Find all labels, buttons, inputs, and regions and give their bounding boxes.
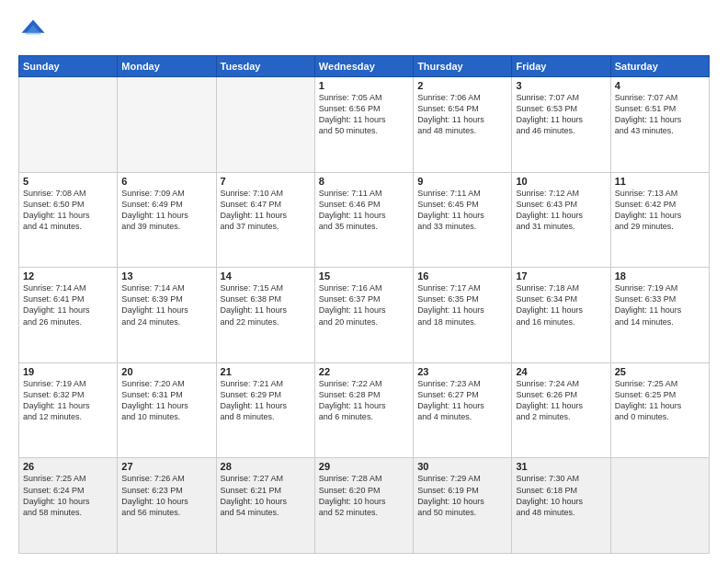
weekday-header-tuesday: Tuesday (216, 56, 314, 77)
day-info: Sunrise: 7:18 AM Sunset: 6:34 PM Dayligh… (516, 282, 606, 327)
day-info: Sunrise: 7:29 AM Sunset: 6:19 PM Dayligh… (417, 473, 507, 518)
day-number: 23 (417, 366, 507, 377)
day-number: 6 (121, 176, 211, 187)
day-number: 20 (121, 366, 211, 377)
calendar-cell: 8Sunrise: 7:11 AM Sunset: 6:46 PM Daylig… (314, 172, 413, 268)
calendar-cell: 1Sunrise: 7:05 AM Sunset: 6:56 PM Daylig… (314, 77, 413, 173)
day-number: 22 (319, 366, 409, 377)
calendar-cell: 15Sunrise: 7:16 AM Sunset: 6:37 PM Dayli… (314, 268, 413, 363)
day-number: 5 (23, 176, 113, 187)
day-info: Sunrise: 7:22 AM Sunset: 6:28 PM Dayligh… (319, 378, 409, 423)
calendar-table: SundayMondayTuesdayWednesdayThursdayFrid… (18, 55, 710, 554)
day-number: 13 (121, 270, 211, 282)
calendar-cell: 4Sunrise: 7:07 AM Sunset: 6:51 PM Daylig… (610, 77, 709, 173)
calendar-cell: 2Sunrise: 7:06 AM Sunset: 6:54 PM Daylig… (414, 77, 512, 173)
calendar-cell: 28Sunrise: 7:27 AM Sunset: 6:21 PM Dayli… (216, 458, 314, 554)
day-number: 12 (23, 270, 113, 282)
day-info: Sunrise: 7:07 AM Sunset: 6:53 PM Dayligh… (516, 92, 606, 137)
day-info: Sunrise: 7:19 AM Sunset: 6:33 PM Dayligh… (615, 282, 705, 327)
day-info: Sunrise: 7:11 AM Sunset: 6:46 PM Dayligh… (319, 188, 409, 233)
day-info: Sunrise: 7:16 AM Sunset: 6:37 PM Dayligh… (319, 282, 409, 327)
weekday-header-thursday: Thursday (414, 56, 512, 77)
day-number: 16 (417, 270, 507, 282)
day-number: 8 (319, 176, 409, 187)
day-number: 2 (417, 80, 507, 91)
day-number: 29 (319, 461, 409, 472)
calendar-cell: 18Sunrise: 7:19 AM Sunset: 6:33 PM Dayli… (610, 268, 709, 363)
calendar-cell (610, 458, 709, 554)
day-info: Sunrise: 7:30 AM Sunset: 6:18 PM Dayligh… (516, 473, 606, 518)
day-number: 14 (221, 270, 311, 282)
day-info: Sunrise: 7:14 AM Sunset: 6:41 PM Dayligh… (23, 282, 113, 327)
weekday-header-friday: Friday (512, 56, 610, 77)
day-info: Sunrise: 7:17 AM Sunset: 6:35 PM Dayligh… (417, 282, 507, 327)
calendar-cell: 29Sunrise: 7:28 AM Sunset: 6:20 PM Dayli… (314, 458, 413, 554)
calendar-cell: 24Sunrise: 7:24 AM Sunset: 6:26 PM Dayli… (512, 362, 610, 458)
day-number: 30 (417, 461, 507, 472)
day-info: Sunrise: 7:20 AM Sunset: 6:31 PM Dayligh… (121, 378, 211, 423)
calendar-cell: 17Sunrise: 7:18 AM Sunset: 6:34 PM Dayli… (512, 268, 610, 363)
day-info: Sunrise: 7:21 AM Sunset: 6:29 PM Dayligh… (221, 378, 311, 423)
day-number: 24 (516, 366, 606, 377)
day-number: 21 (221, 366, 311, 377)
weekday-header-row: SundayMondayTuesdayWednesdayThursdayFrid… (19, 56, 710, 77)
calendar-cell: 12Sunrise: 7:14 AM Sunset: 6:41 PM Dayli… (19, 268, 118, 363)
day-info: Sunrise: 7:09 AM Sunset: 6:49 PM Dayligh… (121, 188, 211, 233)
week-row-2: 12Sunrise: 7:14 AM Sunset: 6:41 PM Dayli… (19, 268, 710, 363)
day-info: Sunrise: 7:13 AM Sunset: 6:42 PM Dayligh… (615, 188, 705, 233)
calendar-cell: 3Sunrise: 7:07 AM Sunset: 6:53 PM Daylig… (512, 77, 610, 173)
day-number: 17 (516, 270, 606, 282)
day-number: 9 (417, 176, 507, 187)
calendar-cell: 13Sunrise: 7:14 AM Sunset: 6:39 PM Dayli… (118, 268, 216, 363)
day-number: 28 (221, 461, 311, 472)
calendar-cell: 31Sunrise: 7:30 AM Sunset: 6:18 PM Dayli… (512, 458, 610, 554)
calendar-cell: 27Sunrise: 7:26 AM Sunset: 6:23 PM Dayli… (118, 458, 216, 554)
calendar-cell: 19Sunrise: 7:19 AM Sunset: 6:32 PM Dayli… (19, 362, 118, 458)
week-row-3: 19Sunrise: 7:19 AM Sunset: 6:32 PM Dayli… (19, 362, 710, 458)
day-info: Sunrise: 7:28 AM Sunset: 6:20 PM Dayligh… (319, 473, 409, 518)
page: SundayMondayTuesdayWednesdayThursdayFrid… (0, 0, 728, 563)
calendar-cell: 25Sunrise: 7:25 AM Sunset: 6:25 PM Dayli… (610, 362, 709, 458)
day-number: 7 (221, 176, 311, 187)
calendar-cell: 20Sunrise: 7:20 AM Sunset: 6:31 PM Dayli… (118, 362, 216, 458)
day-info: Sunrise: 7:26 AM Sunset: 6:23 PM Dayligh… (121, 473, 211, 518)
week-row-1: 5Sunrise: 7:08 AM Sunset: 6:50 PM Daylig… (19, 172, 710, 268)
weekday-header-wednesday: Wednesday (314, 56, 413, 77)
day-number: 3 (516, 80, 606, 91)
header (18, 17, 710, 46)
day-number: 25 (615, 366, 705, 377)
calendar-cell: 14Sunrise: 7:15 AM Sunset: 6:38 PM Dayli… (216, 268, 314, 363)
week-row-0: 1Sunrise: 7:05 AM Sunset: 6:56 PM Daylig… (19, 77, 710, 173)
day-info: Sunrise: 7:12 AM Sunset: 6:43 PM Dayligh… (516, 188, 606, 233)
day-info: Sunrise: 7:14 AM Sunset: 6:39 PM Dayligh… (121, 282, 211, 327)
day-number: 18 (615, 270, 705, 282)
day-number: 4 (615, 80, 705, 91)
day-info: Sunrise: 7:15 AM Sunset: 6:38 PM Dayligh… (221, 282, 311, 327)
calendar-cell: 10Sunrise: 7:12 AM Sunset: 6:43 PM Dayli… (512, 172, 610, 268)
day-info: Sunrise: 7:25 AM Sunset: 6:25 PM Dayligh… (615, 378, 705, 423)
day-info: Sunrise: 7:27 AM Sunset: 6:21 PM Dayligh… (221, 473, 311, 518)
calendar-cell: 16Sunrise: 7:17 AM Sunset: 6:35 PM Dayli… (414, 268, 512, 363)
day-number: 15 (319, 270, 409, 282)
day-info: Sunrise: 7:07 AM Sunset: 6:51 PM Dayligh… (615, 92, 705, 137)
week-row-4: 26Sunrise: 7:25 AM Sunset: 6:24 PM Dayli… (19, 458, 710, 554)
day-info: Sunrise: 7:25 AM Sunset: 6:24 PM Dayligh… (23, 473, 113, 518)
calendar-cell (216, 77, 314, 173)
day-number: 27 (121, 461, 211, 472)
day-info: Sunrise: 7:05 AM Sunset: 6:56 PM Dayligh… (319, 92, 409, 137)
calendar-cell: 21Sunrise: 7:21 AM Sunset: 6:29 PM Dayli… (216, 362, 314, 458)
calendar-cell: 6Sunrise: 7:09 AM Sunset: 6:49 PM Daylig… (118, 172, 216, 268)
day-info: Sunrise: 7:06 AM Sunset: 6:54 PM Dayligh… (417, 92, 507, 137)
calendar-cell: 26Sunrise: 7:25 AM Sunset: 6:24 PM Dayli… (19, 458, 118, 554)
calendar-cell: 22Sunrise: 7:22 AM Sunset: 6:28 PM Dayli… (314, 362, 413, 458)
weekday-header-monday: Monday (118, 56, 216, 77)
calendar-cell (118, 77, 216, 173)
weekday-header-sunday: Sunday (19, 56, 118, 77)
day-info: Sunrise: 7:11 AM Sunset: 6:45 PM Dayligh… (417, 188, 507, 233)
logo (18, 17, 51, 46)
day-info: Sunrise: 7:24 AM Sunset: 6:26 PM Dayligh… (516, 378, 606, 423)
calendar-cell: 9Sunrise: 7:11 AM Sunset: 6:45 PM Daylig… (414, 172, 512, 268)
day-info: Sunrise: 7:10 AM Sunset: 6:47 PM Dayligh… (221, 188, 311, 233)
calendar-cell (19, 77, 118, 173)
calendar-cell: 7Sunrise: 7:10 AM Sunset: 6:47 PM Daylig… (216, 172, 314, 268)
